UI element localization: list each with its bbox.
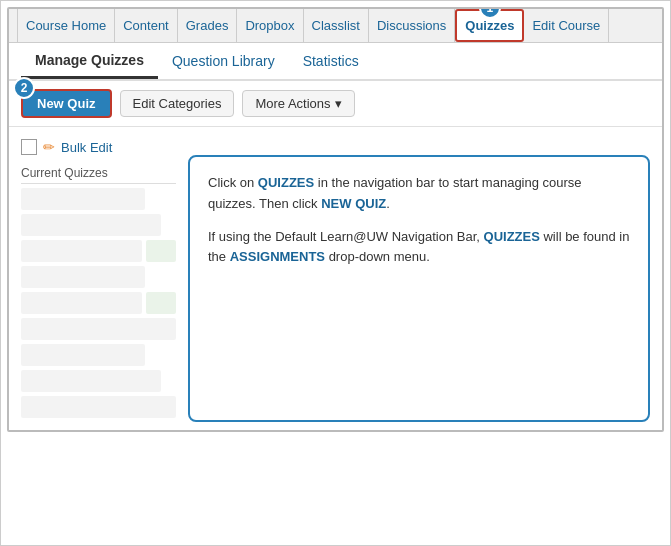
quiz-row bbox=[21, 214, 161, 236]
nav-item-discussions[interactable]: Discussions bbox=[369, 9, 455, 42]
info-paragraph-1: Click on QUIZZES in the navigation bar t… bbox=[208, 173, 630, 215]
nav-item-dropbox[interactable]: Dropbox bbox=[237, 9, 303, 42]
current-quizzes-label: Current Quizzes bbox=[21, 163, 176, 184]
info-highlight-new-quiz: NEW QUIZ bbox=[321, 196, 386, 211]
quiz-row bbox=[21, 292, 176, 314]
info-highlight-quizzes-2: QUIZZES bbox=[484, 229, 540, 244]
badge-2: 2 bbox=[13, 77, 35, 99]
info-paragraph-2: If using the Default Learn@UW Navigation… bbox=[208, 227, 630, 269]
sub-nav-bar: Manage Quizzes Question Library Statisti… bbox=[9, 43, 662, 81]
quiz-row bbox=[21, 396, 176, 418]
quiz-row bbox=[21, 344, 145, 366]
new-quiz-button[interactable]: 2 New Quiz bbox=[21, 89, 112, 118]
nav-item-classlist[interactable]: Classlist bbox=[304, 9, 369, 42]
dropdown-arrow-icon: ▾ bbox=[335, 96, 342, 111]
more-actions-button[interactable]: More Actions ▾ bbox=[242, 90, 354, 117]
info-highlight-quizzes-1: QUIZZES bbox=[258, 175, 314, 190]
nav-item-course-home[interactable]: Course Home bbox=[17, 9, 115, 42]
quiz-list-panel: ✏ Bulk Edit Current Quizzes bbox=[21, 135, 176, 422]
info-highlight-assignments: ASSIGNMENTS bbox=[230, 249, 325, 264]
top-nav-bar: Course Home Content Grades Dropbox Class… bbox=[9, 9, 662, 43]
info-text-1a: Click on bbox=[208, 175, 258, 190]
nav-item-edit-course[interactable]: Edit Course bbox=[524, 9, 609, 42]
subnav-manage-quizzes[interactable]: Manage Quizzes bbox=[21, 43, 158, 79]
info-text-2a: If using the Default Learn@UW Navigation… bbox=[208, 229, 484, 244]
info-tooltip-box: Click on QUIZZES in the navigation bar t… bbox=[188, 155, 650, 422]
subnav-question-library[interactable]: Question Library bbox=[158, 43, 289, 79]
info-text-2c: drop-down menu. bbox=[325, 249, 430, 264]
bulk-edit-label[interactable]: Bulk Edit bbox=[61, 140, 112, 155]
select-all-checkbox[interactable] bbox=[21, 139, 37, 155]
content-area: ✏ Bulk Edit Current Quizzes Click o bbox=[9, 127, 662, 430]
subnav-statistics[interactable]: Statistics bbox=[289, 43, 373, 79]
pencil-icon: ✏ bbox=[43, 139, 55, 155]
quiz-row bbox=[21, 318, 176, 340]
nav-item-content[interactable]: Content bbox=[115, 9, 178, 42]
quiz-row bbox=[21, 370, 161, 392]
edit-categories-button[interactable]: Edit Categories bbox=[120, 90, 235, 117]
quiz-row bbox=[21, 240, 176, 262]
nav-item-quizzes[interactable]: 1 Quizzes bbox=[455, 9, 524, 42]
quiz-row bbox=[21, 266, 145, 288]
info-text-1c: . bbox=[386, 196, 390, 211]
bulk-edit-header: ✏ Bulk Edit bbox=[21, 135, 176, 159]
quiz-row bbox=[21, 188, 145, 210]
nav-item-grades[interactable]: Grades bbox=[178, 9, 238, 42]
main-wrapper: Course Home Content Grades Dropbox Class… bbox=[7, 7, 664, 432]
quiz-toolbar: 2 New Quiz Edit Categories More Actions … bbox=[9, 81, 662, 127]
